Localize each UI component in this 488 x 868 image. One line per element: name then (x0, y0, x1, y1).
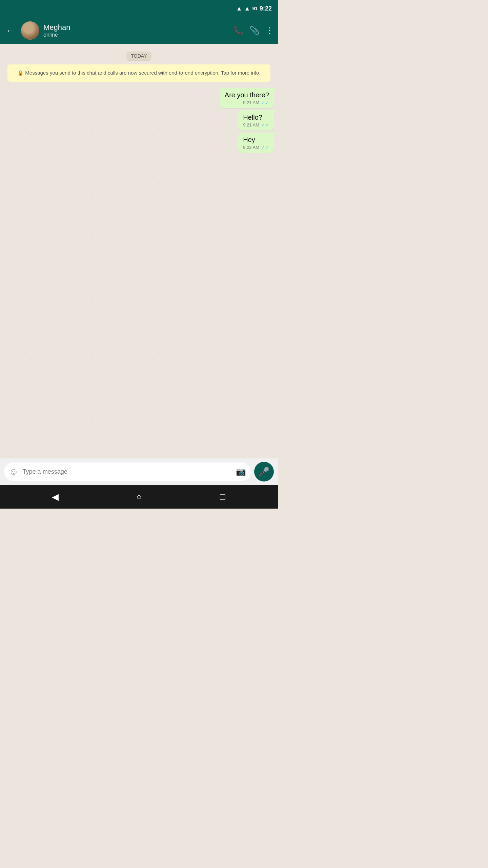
nav-home-button[interactable]: ○ (130, 488, 147, 505)
double-tick-icon: ✓✓ (261, 100, 269, 105)
message-bubble: Hey 9:22 AM ✓✓ (238, 133, 274, 153)
encryption-notice[interactable]: 🔒Messages you send to this chat and call… (7, 64, 270, 82)
encryption-text: Messages you send to this chat and calls… (25, 70, 260, 76)
input-box: ☺ 📷 (4, 462, 251, 481)
phone-icon[interactable]: 📞 (233, 26, 243, 35)
chat-area: TODAY 🔒Messages you send to this chat an… (0, 44, 278, 458)
avatar[interactable] (21, 21, 39, 40)
message-time: 9:21 AM (243, 100, 259, 105)
contact-info: Meghan online (43, 23, 229, 38)
header-actions: 📞 📎 ⋮ (233, 26, 274, 35)
signal-icon: ▲ (244, 5, 250, 12)
back-button[interactable]: ← (4, 23, 17, 38)
mic-icon: 🎤 (259, 467, 269, 477)
message-text: Hey (243, 136, 269, 144)
message-meta: 9:21 AM ✓✓ (243, 122, 269, 128)
message-time: 9:21 AM (243, 122, 259, 127)
avatar-image (21, 21, 39, 40)
message-meta: 9:22 AM ✓✓ (243, 145, 269, 150)
double-tick-icon: ✓✓ (261, 122, 269, 128)
status-icons: ▲ ▲ 91 9:22 (236, 5, 272, 12)
camera-icon[interactable]: 📷 (236, 467, 246, 476)
nav-bar: ◀ ○ □ (0, 485, 278, 509)
message-bubble: Hello? 9:21 AM ✓✓ (238, 110, 274, 131)
date-badge: TODAY (126, 53, 152, 59)
mic-button[interactable]: 🎤 (254, 462, 274, 481)
double-tick-icon: ✓✓ (261, 145, 269, 150)
contact-name: Meghan (43, 23, 229, 32)
messages-container: Are you there? 9:21 AM ✓✓ Hello? 9:21 AM… (4, 88, 274, 153)
status-bar: ▲ ▲ 91 9:22 (0, 0, 278, 17)
message-bubble: Are you there? 9:21 AM ✓✓ (220, 88, 274, 108)
nav-recent-button[interactable]: □ (214, 488, 231, 505)
wifi-icon: ▲ (236, 5, 242, 12)
message-meta: 9:21 AM ✓✓ (225, 100, 269, 105)
message-text: Hello? (243, 114, 269, 121)
message-time: 9:22 AM (243, 145, 259, 150)
nav-back-button[interactable]: ◀ (47, 488, 64, 505)
contact-status: online (43, 32, 229, 38)
input-bar: ☺ 📷 🎤 (0, 458, 278, 485)
lock-icon: 🔒 (17, 70, 24, 76)
attachment-icon[interactable]: 📎 (249, 26, 260, 35)
more-options-icon[interactable]: ⋮ (266, 26, 274, 35)
message-text: Are you there? (225, 91, 269, 99)
clock: 9:22 (260, 5, 272, 12)
message-input[interactable] (23, 468, 232, 475)
chat-header: ← Meghan online 📞 📎 ⋮ (0, 17, 278, 44)
emoji-icon[interactable]: ☺ (9, 466, 19, 477)
battery-icon: 91 (252, 6, 258, 11)
